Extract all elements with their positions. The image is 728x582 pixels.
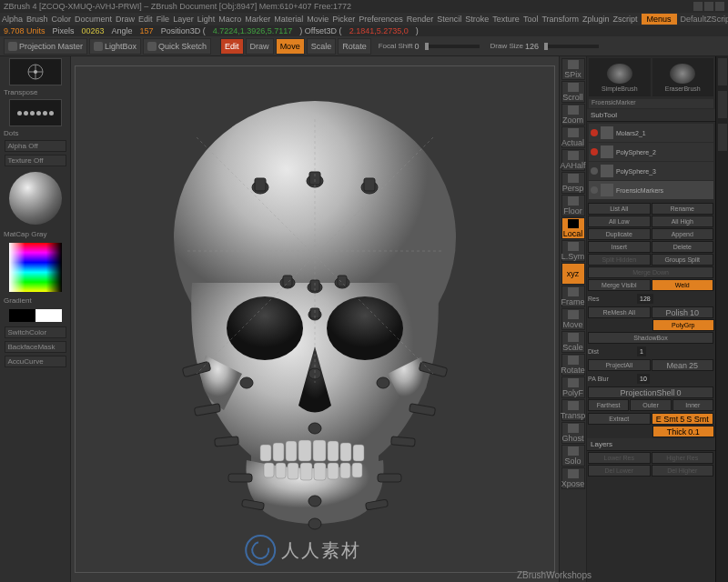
menu-light[interactable]: Light: [197, 15, 216, 24]
menu-picker[interactable]: Picker: [332, 15, 355, 24]
inner-button[interactable]: Inner: [672, 399, 713, 411]
nav-spix[interactable]: SPix: [561, 58, 585, 80]
menu-render[interactable]: Render: [407, 15, 434, 24]
menu-layer[interactable]: Layer: [173, 15, 194, 24]
projectall-button[interactable]: ProjectAll: [588, 359, 651, 371]
menu-edit[interactable]: Edit: [138, 15, 153, 24]
nav-frame[interactable]: Frame: [561, 286, 585, 307]
tool-name[interactable]: FroensicMarker: [589, 99, 713, 108]
quick-sketch-button[interactable]: Quick Sketch: [143, 38, 211, 55]
brush-simple[interactable]: SimpleBrush: [589, 58, 651, 96]
dock-item[interactable]: [718, 124, 727, 151]
subtool-row[interactable]: Molars2_1: [589, 124, 713, 142]
menu-zplugin[interactable]: Zplugin: [582, 15, 610, 24]
projection-master-button[interactable]: Projection Master: [4, 38, 87, 55]
menu-stencil[interactable]: Stencil: [437, 15, 461, 24]
nav-lsym[interactable]: L.Sym: [561, 240, 585, 262]
texture-button[interactable]: Texture Off: [5, 155, 66, 166]
nav-scale[interactable]: Scale: [561, 331, 585, 353]
menu-marker[interactable]: Marker: [245, 15, 270, 24]
nav-xyz[interactable]: xyz: [561, 263, 585, 285]
menu-material[interactable]: Material: [274, 15, 303, 24]
menu-color[interactable]: Color: [52, 15, 72, 24]
nav-transp[interactable]: Transp: [561, 399, 585, 421]
insert-button[interactable]: Insert: [588, 241, 651, 253]
higher-res-button[interactable]: Higher Res: [652, 452, 714, 464]
weld-button[interactable]: Weld: [652, 279, 714, 291]
layers-header[interactable]: Layers: [587, 438, 715, 451]
delete-button[interactable]: Delete: [652, 241, 714, 253]
backface-mask-button[interactable]: BackfaceMask: [5, 341, 66, 353]
projshell-field[interactable]: ProjectionShell 0: [588, 386, 713, 398]
nav-scroll[interactable]: Scroll: [561, 81, 585, 103]
menu-texture[interactable]: Texture: [492, 15, 520, 24]
duplicate-button[interactable]: Duplicate: [588, 228, 651, 240]
remesh-all-button[interactable]: ReMesh All: [588, 306, 651, 318]
nav-actual[interactable]: Actual: [561, 126, 585, 148]
accucurve-button[interactable]: AccuCurve: [5, 356, 66, 367]
nav-rotate[interactable]: Rotate: [561, 354, 585, 376]
lower-res-button[interactable]: Lower Res: [588, 452, 651, 464]
minimize-button[interactable]: [693, 2, 703, 11]
edit-button[interactable]: Edit: [220, 38, 244, 55]
menus-toggle[interactable]: Menus: [642, 14, 677, 25]
subtool-row-active[interactable]: FroensicMarkers: [589, 181, 713, 199]
brush-eraser[interactable]: EraserBrush: [652, 58, 714, 96]
color-picker[interactable]: [9, 243, 62, 292]
subtool-row[interactable]: PolySphere_3: [589, 162, 713, 180]
pablur-value[interactable]: 10: [637, 374, 650, 384]
nav-move[interactable]: Move: [561, 308, 585, 330]
lightbox-button[interactable]: LightBox: [89, 38, 141, 55]
split-hidden-button[interactable]: Split Hidden: [588, 254, 651, 266]
menu-stroke[interactable]: Stroke: [465, 15, 489, 24]
nav-polyf[interactable]: PolyF: [561, 376, 585, 398]
thick-field[interactable]: Thick 0.1: [652, 426, 715, 437]
color-swatches[interactable]: [9, 309, 62, 322]
scale-button[interactable]: Scale: [307, 38, 337, 55]
menu-file[interactable]: File: [157, 15, 170, 24]
nav-aahalf[interactable]: AAHalf: [561, 149, 585, 171]
dist-value[interactable]: 1: [637, 346, 646, 356]
draw-button[interactable]: Draw: [246, 38, 274, 55]
esmt-field[interactable]: E Smt 5 S Smt: [652, 413, 714, 425]
subtool-row[interactable]: PolySphere_2: [589, 143, 713, 161]
del-lower-button[interactable]: Del Lower: [588, 465, 651, 477]
all-high-button[interactable]: All High: [652, 216, 714, 227]
menu-transform[interactable]: Transform: [541, 15, 579, 24]
draw-size-slider[interactable]: [544, 45, 599, 48]
nav-local[interactable]: Local: [561, 217, 585, 239]
res-value[interactable]: 128: [637, 294, 653, 304]
rename-button[interactable]: Rename: [652, 203, 714, 215]
menu-macro[interactable]: Macro: [218, 15, 241, 24]
nav-xpose[interactable]: Xpose: [561, 467, 585, 489]
polygrp-button[interactable]: PolyGrp: [652, 319, 715, 331]
groups-split-button[interactable]: Groups Split: [652, 254, 714, 266]
menu-draw[interactable]: Draw: [116, 15, 135, 24]
polish-field[interactable]: Polish 10: [652, 306, 714, 318]
extract-button[interactable]: Extract: [588, 413, 651, 425]
nav-persp[interactable]: Persp: [561, 172, 585, 194]
dock-item[interactable]: [718, 58, 727, 85]
stroke-icon[interactable]: [9, 99, 62, 126]
menu-brush[interactable]: Brush: [26, 15, 48, 24]
menu-movie[interactable]: Movie: [307, 15, 329, 24]
default-zscript[interactable]: DefaultZScript: [681, 15, 728, 24]
nav-zoom[interactable]: Zoom: [561, 104, 585, 125]
maximize-button[interactable]: [704, 2, 713, 11]
shadowbox-button[interactable]: ShadowBox: [588, 332, 713, 344]
list-all-button[interactable]: List All: [588, 203, 651, 215]
append-button[interactable]: Append: [652, 228, 714, 240]
focal-shift-slider[interactable]: [425, 45, 480, 48]
viewport[interactable]: 人人素材: [71, 56, 559, 582]
material-preview[interactable]: [9, 172, 62, 225]
subtool-header[interactable]: SubTool: [587, 109, 715, 122]
merge-visible-button[interactable]: Merge Visibl: [588, 279, 651, 291]
mean-field[interactable]: Mean 25: [652, 359, 714, 371]
dock-item[interactable]: [718, 91, 727, 118]
menu-zscript[interactable]: Zscript: [613, 15, 638, 24]
menu-alpha[interactable]: Alpha: [2, 15, 23, 24]
outer-button[interactable]: Outer: [630, 399, 671, 411]
farthest-button[interactable]: Farthest: [588, 399, 629, 411]
del-higher-button[interactable]: Del Higher: [652, 465, 714, 477]
menu-preferences[interactable]: Preferences: [359, 15, 403, 24]
